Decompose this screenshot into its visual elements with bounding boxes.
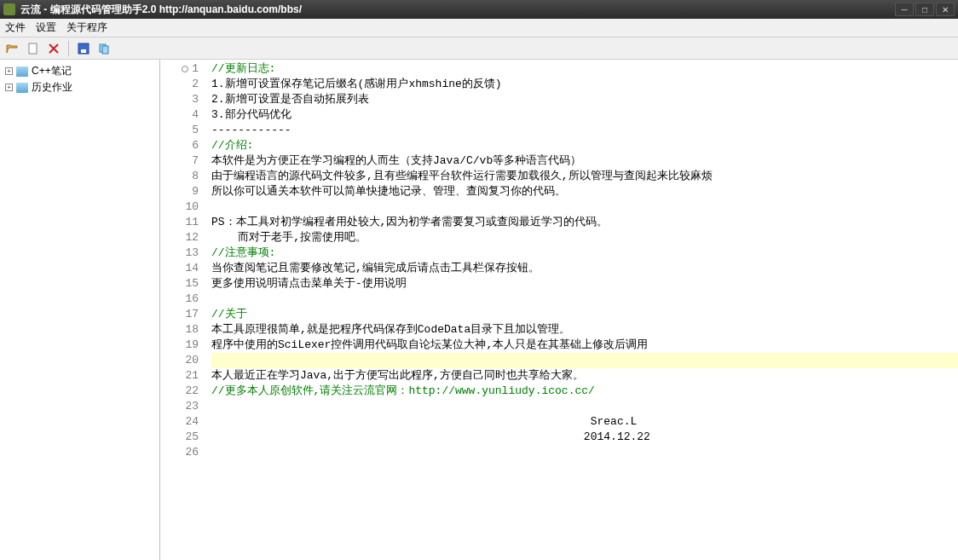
menu-about[interactable]: 关于程序 — [66, 20, 107, 35]
svg-rect-2 — [81, 49, 86, 53]
save-icon — [77, 42, 90, 55]
tree-label: C++笔记 — [32, 64, 72, 78]
new-file-icon — [26, 42, 40, 55]
open-button[interactable] — [5, 41, 20, 56]
copy-icon — [97, 42, 111, 55]
svg-rect-0 — [29, 43, 37, 54]
expand-icon[interactable]: + — [5, 84, 13, 91]
folder-open-icon — [6, 42, 20, 55]
window-title: 云流 - 编程源代码管理助手2.0 http://anquan.baidu.co… — [20, 3, 895, 17]
tree-item-history[interactable]: + 历史作业 — [2, 79, 158, 95]
main-area: + C++笔记 + 历史作业 1234567891011121314151617… — [0, 60, 958, 560]
menu-settings[interactable]: 设置 — [36, 20, 56, 35]
delete-icon — [47, 42, 61, 55]
code-editor[interactable]: 1234567891011121314151617181920212223242… — [160, 60, 958, 560]
menubar: 文件 设置 关于程序 — [0, 19, 958, 38]
save-button[interactable] — [76, 41, 91, 56]
close-button[interactable]: ✕ — [936, 3, 955, 16]
new-button[interactable] — [26, 41, 41, 56]
window-buttons: ─ □ ✕ — [895, 3, 955, 16]
svg-rect-4 — [102, 46, 108, 54]
sidebar: + C++笔记 + 历史作业 — [0, 60, 160, 560]
expand-icon[interactable]: + — [5, 67, 13, 75]
menu-file[interactable]: 文件 — [5, 20, 26, 35]
folder-icon — [16, 83, 28, 93]
app-icon — [3, 3, 15, 15]
delete-button[interactable] — [46, 41, 61, 56]
minimize-button[interactable]: ─ — [895, 3, 914, 16]
toolbar-separator — [68, 41, 69, 56]
tree-item-cpp[interactable]: + C++笔记 — [2, 63, 158, 79]
toolbar — [0, 38, 958, 60]
titlebar: 云流 - 编程源代码管理助手2.0 http://anquan.baidu.co… — [0, 0, 958, 19]
folder-icon — [16, 66, 28, 77]
code-content[interactable]: //更新日志:1.新增可设置保存笔记后缀名(感谢用户xhmshine的反馈)2.… — [208, 60, 958, 560]
copy-button[interactable] — [96, 41, 112, 56]
maximize-button[interactable]: □ — [915, 3, 934, 16]
line-gutter: 1234567891011121314151617181920212223242… — [160, 60, 208, 560]
tree-label: 历史作业 — [32, 80, 72, 95]
